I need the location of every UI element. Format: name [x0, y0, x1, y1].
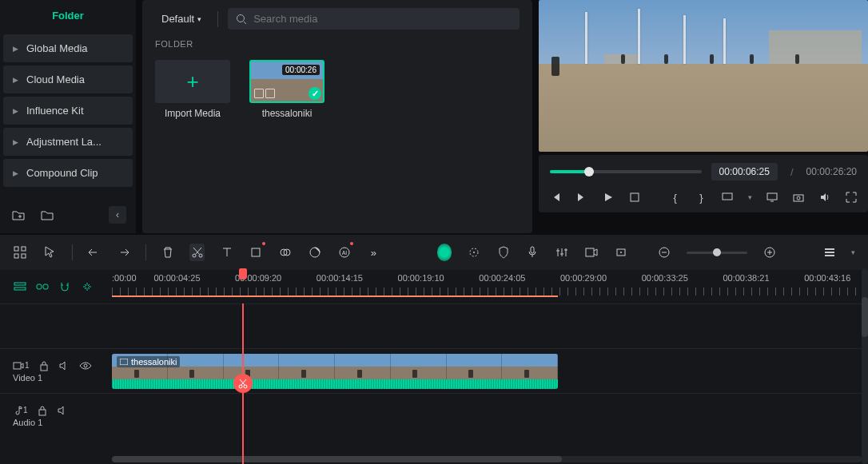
- visibility-icon[interactable]: [79, 362, 92, 370]
- effects-icon[interactable]: [466, 244, 481, 261]
- aspect-dropdown[interactable]: [722, 190, 734, 204]
- zoom-thumb[interactable]: [713, 248, 721, 256]
- step-forward-button[interactable]: [576, 190, 588, 204]
- folder-tab[interactable]: Folder: [3, 3, 133, 31]
- svg-point-5: [797, 196, 800, 200]
- cut-button[interactable]: [189, 244, 205, 261]
- vertical-scrollbar[interactable]: [862, 268, 868, 464]
- more-tools-button[interactable]: »: [366, 244, 381, 261]
- search-icon: [236, 14, 247, 25]
- svg-point-11: [199, 254, 202, 257]
- svg-rect-21: [586, 248, 594, 256]
- clip-waveform: [112, 379, 558, 389]
- sidebar: Folder ▶Global Media ▶Cloud Media ▶Influ…: [0, 0, 136, 233]
- sidebar-item-adjustment-layer[interactable]: ▶Adjustment La...: [3, 128, 133, 156]
- ai-button[interactable]: AI: [336, 244, 352, 261]
- text-button[interactable]: [219, 244, 234, 261]
- svg-point-10: [193, 254, 196, 257]
- timeline-toolbar: AI » ▾: [0, 235, 868, 270]
- undo-button[interactable]: [86, 244, 102, 261]
- svg-point-0: [237, 14, 245, 22]
- volume-button[interactable]: [818, 190, 830, 204]
- total-time: 00:00:26:20: [806, 166, 857, 177]
- new-folder-icon[interactable]: [10, 206, 27, 224]
- mic-icon[interactable]: [525, 244, 540, 261]
- sidebar-item-influence-kit[interactable]: ▶Influence Kit: [3, 97, 133, 125]
- sidebar-item-label: Global Media: [26, 42, 88, 54]
- cursor-icon[interactable]: [42, 244, 58, 261]
- search-box[interactable]: [228, 8, 520, 30]
- zoom-out-button[interactable]: [657, 244, 672, 261]
- play-button[interactable]: [603, 190, 615, 204]
- mute-icon[interactable]: [57, 406, 68, 415]
- horizontal-scrollbar[interactable]: [112, 456, 862, 462]
- playhead[interactable]: [242, 303, 244, 464]
- sort-dropdown[interactable]: Default▾: [155, 10, 208, 28]
- mark-in-button[interactable]: {: [669, 190, 681, 204]
- playhead-handle[interactable]: [239, 268, 247, 280]
- mark-out-button[interactable]: }: [695, 190, 707, 204]
- timeline-video-clip[interactable]: thessaloniki: [112, 354, 558, 389]
- snapshot-button[interactable]: [793, 190, 805, 204]
- media-clip-thumbnail[interactable]: 00:00:26 ✓: [249, 60, 325, 103]
- sidebar-item-cloud-media[interactable]: ▶Cloud Media: [3, 65, 133, 93]
- lock-icon[interactable]: [39, 360, 49, 371]
- caret-icon: ▶: [13, 107, 18, 115]
- zoom-in-button[interactable]: [762, 244, 777, 261]
- shield-icon[interactable]: [496, 244, 511, 261]
- svg-rect-26: [14, 283, 26, 285]
- clip-label: thessaloniki: [117, 356, 180, 367]
- link-icon[interactable]: [35, 280, 50, 294]
- seek-thumb[interactable]: [584, 167, 594, 176]
- delete-button[interactable]: [161, 244, 176, 261]
- svg-point-30: [239, 385, 242, 388]
- svg-point-31: [244, 385, 247, 388]
- import-media-button[interactable]: +: [155, 60, 230, 103]
- sidebar-item-label: Adjustment La...: [26, 136, 102, 148]
- folder-header: FOLDER: [155, 39, 520, 49]
- svg-rect-1: [631, 193, 639, 201]
- sidebar-item-global-media[interactable]: ▶Global Media: [3, 34, 133, 62]
- step-back-button[interactable]: [550, 190, 562, 204]
- display-button[interactable]: [766, 190, 778, 204]
- grid-icon[interactable]: [13, 244, 28, 261]
- audio-track-icon[interactable]: 1: [13, 405, 28, 416]
- mute-icon[interactable]: [58, 361, 70, 371]
- split-button[interactable]: [233, 374, 253, 393]
- mixer-icon[interactable]: [555, 244, 570, 261]
- svg-rect-28: [37, 284, 42, 289]
- video-track-row: 1 Video 1 thessaloniki: [0, 348, 868, 393]
- video-track-icon[interactable]: 1: [13, 361, 30, 371]
- magnet-icon[interactable]: [58, 280, 72, 294]
- crop-button[interactable]: [249, 244, 264, 261]
- timeline: :00:00 00:00:04:25 00:00:09:20 00:00:14:…: [0, 270, 868, 464]
- sidebar-item-compound-clip[interactable]: ▶Compound Clip: [3, 159, 133, 187]
- seek-bar[interactable]: [550, 170, 702, 173]
- vscroll-thumb[interactable]: [862, 297, 868, 337]
- preview-viewport[interactable]: [539, 0, 868, 152]
- scroll-thumb[interactable]: [112, 456, 562, 462]
- svg-rect-33: [41, 365, 47, 371]
- stop-button[interactable]: [628, 190, 640, 204]
- current-time: 00:00:06:25: [711, 163, 778, 180]
- svg-rect-35: [120, 359, 128, 365]
- auto-ripple-icon[interactable]: [80, 280, 94, 294]
- media-clip-name: thessaloniki: [262, 108, 313, 119]
- folder-icon[interactable]: [38, 206, 56, 224]
- fullscreen-button[interactable]: [845, 190, 857, 204]
- track-options-icon[interactable]: [13, 280, 27, 294]
- color-button[interactable]: [307, 244, 322, 261]
- redo-button[interactable]: [116, 244, 131, 261]
- sidebar-item-label: Influence Kit: [26, 105, 84, 117]
- search-input[interactable]: [253, 13, 512, 25]
- record-icon[interactable]: [583, 244, 599, 261]
- svg-rect-7: [22, 247, 26, 251]
- mask-button[interactable]: [278, 244, 293, 261]
- ai-assistant-button[interactable]: [437, 244, 452, 261]
- timeline-ruler[interactable]: :00:00 00:00:04:25 00:00:09:20 00:00:14:…: [112, 270, 868, 303]
- collapse-sidebar-button[interactable]: ‹: [109, 206, 126, 224]
- lock-icon[interactable]: [38, 405, 47, 416]
- zoom-slider[interactable]: [687, 252, 748, 254]
- list-view-button[interactable]: [822, 244, 837, 261]
- marker-icon[interactable]: [613, 244, 628, 261]
